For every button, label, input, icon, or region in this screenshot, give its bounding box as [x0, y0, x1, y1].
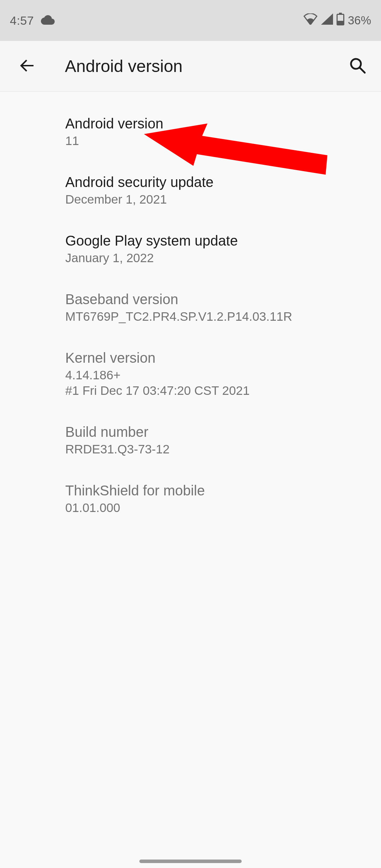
item-title: Build number: [65, 423, 367, 441]
settings-list: Android version 11 Android security upda…: [0, 92, 381, 528]
status-time: 4:57: [10, 14, 34, 28]
search-icon: [349, 57, 367, 76]
status-bar: 4:57 36%: [0, 0, 381, 41]
app-bar: Android version: [0, 41, 381, 92]
battery-percentage: 36%: [348, 14, 371, 27]
item-subtitle: 4.14.186+ #1 Fri Dec 17 03:47:20 CST 202…: [65, 367, 367, 398]
item-subtitle: 11: [65, 133, 367, 149]
gesture-nav-bar[interactable]: [139, 860, 242, 863]
item-subtitle: MT6769P_TC2.PR4.SP.V1.2.P14.03.11R: [65, 309, 367, 324]
arrow-back-icon: [19, 58, 35, 75]
cloud-icon: [41, 14, 55, 28]
item-title: ThinkShield for mobile: [65, 482, 367, 499]
wifi-icon: [303, 13, 318, 28]
item-title: Google Play system update: [65, 232, 367, 249]
svg-rect-2: [338, 21, 343, 24]
thinkshield-item[interactable]: ThinkShield for mobile 01.01.000: [0, 469, 381, 528]
item-subtitle: RRDE31.Q3-73-12: [65, 441, 367, 457]
android-version-item[interactable]: Android version 11: [0, 102, 381, 161]
google-play-update-item[interactable]: Google Play system update January 1, 202…: [0, 219, 381, 278]
status-left-group: 4:57: [10, 14, 55, 28]
item-subtitle: January 1, 2022: [65, 250, 367, 266]
kernel-version-item[interactable]: Kernel version 4.14.186+ #1 Fri Dec 17 0…: [0, 337, 381, 411]
item-title: Android security update: [65, 173, 367, 191]
svg-line-4: [360, 68, 365, 73]
item-title: Kernel version: [65, 349, 367, 367]
baseband-version-item[interactable]: Baseband version MT6769P_TC2.PR4.SP.V1.2…: [0, 278, 381, 337]
status-right-group: 36%: [303, 13, 371, 28]
item-subtitle: December 1, 2021: [65, 192, 367, 207]
page-title: Android version: [65, 56, 345, 76]
build-number-item[interactable]: Build number RRDE31.Q3-73-12: [0, 411, 381, 469]
item-title: Android version: [65, 115, 367, 132]
item-title: Baseband version: [65, 290, 367, 308]
cellular-signal-icon: [321, 13, 333, 28]
security-update-item[interactable]: Android security update December 1, 2021: [0, 161, 381, 219]
back-button[interactable]: [14, 54, 40, 79]
item-subtitle: 01.01.000: [65, 500, 367, 516]
search-button[interactable]: [345, 54, 370, 79]
battery-icon: [337, 13, 344, 28]
